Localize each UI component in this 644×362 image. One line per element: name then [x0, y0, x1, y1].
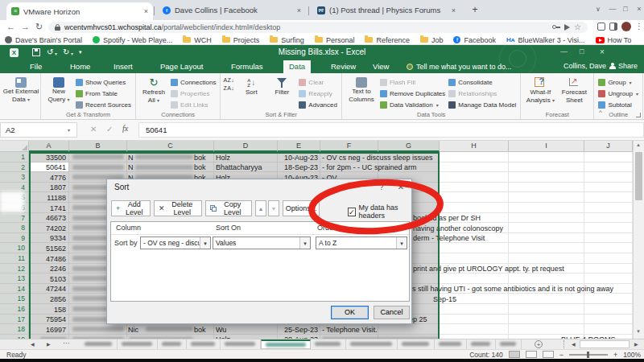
row-header-14[interactable]: 14	[0, 284, 29, 294]
relationships-button[interactable]: Relationships	[448, 88, 516, 99]
hscroll-right-icon[interactable]: ▶	[634, 341, 638, 347]
redo-icon[interactable]: ↻	[63, 47, 69, 56]
forward-icon[interactable]: →	[21, 22, 30, 31]
reload-icon[interactable]: ↻	[35, 22, 43, 32]
cell[interactable]	[440, 304, 509, 315]
bookmark-item[interactable]: Spotify - Web Playe...	[93, 36, 172, 44]
close-button[interactable]: ×	[634, 2, 644, 15]
connections-button[interactable]: Connections	[171, 77, 216, 88]
group-button[interactable]: Group▾	[598, 77, 638, 88]
ribbon-tab-page-layout[interactable]: Page Layout	[155, 60, 208, 73]
excel-minimize-icon[interactable]: —	[560, 47, 568, 56]
name-box[interactable]: A2	[0, 122, 77, 138]
cell[interactable]	[584, 172, 633, 183]
minimize-button[interactable]: —	[607, 2, 618, 15]
row-header-1[interactable]: 1	[0, 152, 29, 162]
text-to-columns-button[interactable]: Text toColumns	[345, 75, 378, 103]
cell[interactable]	[440, 253, 509, 264]
bookmark-item[interactable]: Reference	[365, 36, 410, 44]
row-header-9[interactable]: 9	[0, 233, 29, 244]
row-header-17[interactable]: 17	[0, 315, 29, 325]
add-level-button[interactable]: +Add Level	[111, 200, 151, 216]
extensions-icon[interactable]	[597, 23, 605, 31]
consolidate-button[interactable]: Consolidate	[448, 77, 516, 88]
cell[interactable]	[509, 324, 584, 335]
password-key-icon[interactable]	[552, 24, 560, 31]
advanced-button[interactable]: Advanced	[299, 100, 337, 110]
cell[interactable]	[440, 152, 509, 162]
bookmark-item[interactable]: WCH	[183, 36, 212, 44]
cell[interactable]	[584, 274, 633, 284]
browser-tab[interactable]: ≡VMware Horizon×	[6, 2, 153, 20]
column-header-B[interactable]: B	[69, 141, 127, 152]
show-queries-button[interactable]: Show Queries	[76, 77, 131, 88]
ribbon-tab-data[interactable]: Data	[283, 60, 311, 73]
cell[interactable]	[509, 294, 584, 304]
cell[interactable]	[584, 264, 633, 274]
cell[interactable]	[509, 274, 584, 284]
properties-button[interactable]: Properties	[171, 88, 216, 99]
cell[interactable]	[378, 324, 440, 335]
bookmark-star-icon[interactable]: ☆	[574, 23, 581, 31]
ribbon-tab-review[interactable]: Review	[325, 60, 361, 73]
sheet-tab[interactable]	[346, 339, 398, 349]
move-down-button[interactable]: ▼	[268, 200, 279, 216]
zoom-slider[interactable]	[569, 354, 608, 356]
column-header-D[interactable]: D	[214, 141, 278, 152]
row-header-7[interactable]: 7	[0, 213, 29, 224]
vertical-scrollbar[interactable]: ▲▼	[633, 141, 644, 339]
remove-duplicates-button[interactable]: Remove Duplicates	[380, 88, 445, 99]
bookmark-item[interactable]: HᴀBlueWalker 3 - Visi...	[506, 36, 585, 44]
cell[interactable]	[509, 304, 584, 315]
my-data-has-headers-checkbox[interactable]: ✓ My data has headers	[348, 204, 411, 220]
cell[interactable]	[584, 162, 633, 173]
ribbon-tab-insert[interactable]: Insert	[108, 60, 138, 73]
cell[interactable]	[584, 324, 633, 335]
bookmark-item[interactable]: How To Fix Yellow S...	[596, 36, 633, 44]
cell[interactable]	[584, 183, 633, 193]
row-header-8[interactable]: 8	[0, 223, 29, 233]
manage-data-model-button[interactable]: Manage Data Model	[448, 100, 516, 110]
cell[interactable]	[584, 213, 633, 224]
cell[interactable]	[509, 183, 584, 193]
cell[interactable]	[509, 162, 584, 173]
row-header-18[interactable]: 18	[0, 324, 29, 335]
clear-button[interactable]: Clear	[299, 77, 337, 88]
collapse-ribbon-icon[interactable]: ^	[599, 109, 602, 116]
cell[interactable]	[509, 253, 584, 264]
sort-za-button[interactable]: ZA↓	[223, 85, 234, 91]
bookmark-item[interactable]: Projects	[222, 36, 260, 44]
subtotal-button[interactable]: Subtotal	[598, 100, 638, 110]
column-header-E[interactable]: E	[278, 141, 320, 152]
redo-chevron-icon[interactable]: ▾	[71, 51, 73, 56]
dialog-close-button[interactable]: ✕	[392, 179, 410, 195]
formula-cancel-icon[interactable]: ✕	[90, 125, 97, 134]
from-table-button[interactable]: From Table	[76, 88, 131, 99]
sheet-tab[interactable]	[467, 339, 496, 349]
account-user-name[interactable]: Collins, Dave	[564, 62, 606, 70]
column-header-I[interactable]: I	[509, 141, 584, 152]
cell[interactable]	[584, 294, 633, 304]
copy-level-button[interactable]: Copy Level	[205, 200, 252, 216]
scroll-thumb[interactable]	[635, 152, 642, 200]
formula-input[interactable]: 50641	[138, 122, 644, 138]
filter-button[interactable]: Filter	[266, 75, 297, 97]
splitter-handle[interactable]	[564, 340, 566, 348]
move-up-button[interactable]: ▲	[255, 200, 266, 216]
cancel-button[interactable]: Cancel	[374, 306, 410, 319]
cell[interactable]	[584, 192, 633, 203]
sheet-nav-more-icon[interactable]: ⋯	[63, 339, 69, 347]
save-icon[interactable]	[32, 48, 40, 56]
chevron-down-icon[interactable]: ▾	[396, 237, 407, 249]
undo-chevron-icon[interactable]: ▾	[55, 51, 57, 56]
browser-tab[interactable]: PF(1) Post thread | Physics Forums×	[312, 3, 460, 17]
row-header-3[interactable]: 3	[0, 172, 29, 183]
cell[interactable]	[440, 162, 509, 173]
scroll-down-icon[interactable]: ▼	[636, 329, 641, 334]
what-if-analysis-button[interactable]: ?What-IfAnalysis ▾	[523, 75, 557, 104]
cell[interactable]	[509, 152, 584, 162]
cell[interactable]	[509, 223, 584, 233]
sort-by-column-dropdown[interactable]: - OV cs neg - discuss s ▾	[140, 237, 211, 249]
row-header-11[interactable]: 11	[0, 253, 29, 264]
maximize-button[interactable]: □	[620, 2, 631, 15]
